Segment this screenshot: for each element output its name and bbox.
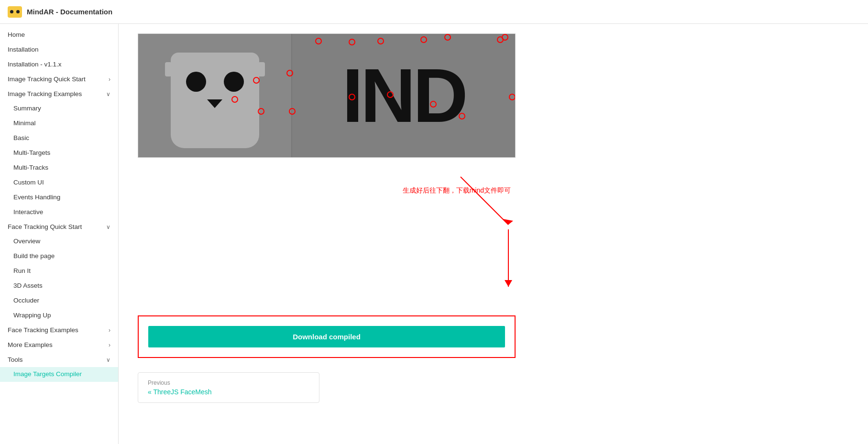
robot-ear-right — [258, 62, 265, 76]
svg-line-0 — [461, 177, 508, 225]
sidebar-item-more-examples[interactable]: More Examples› — [0, 338, 118, 353]
sidebar-item-label-tools: Tools — [8, 356, 23, 365]
chevron-icon-image-tracking-quick-start: › — [109, 76, 110, 84]
content-area: IND 生成好后往下翻，下载mind文件即可 — [119, 24, 868, 444]
sidebar-item-label-multi-targets: Multi-Targets — [13, 149, 50, 158]
sidebar-item-face-tracking-examples[interactable]: Face Tracking Examples› — [0, 323, 118, 338]
sidebar-item-label-summary: Summary — [13, 104, 41, 113]
download-compiled-button[interactable]: Download compiled — [148, 326, 505, 347]
robot-nose — [207, 99, 222, 108]
sidebar-item-label-wrapping-up: Wrapping Up — [13, 311, 51, 320]
sidebar-item-label-3d-assets: 3D Assets — [13, 282, 43, 291]
robot-eye-left — [186, 72, 206, 92]
robot-eye-right — [224, 72, 244, 92]
top-bar: MindAR - Documentation — [0, 0, 868, 24]
robot-face-section — [138, 34, 291, 157]
chevron-icon-face-tracking-examples: › — [109, 326, 110, 335]
sidebar-item-image-tracking-quick-start[interactable]: Image Tracking Quick Start› — [0, 72, 118, 87]
content-inner: IND 生成好后往下翻，下载mind文件即可 — [119, 24, 549, 422]
sidebar-item-label-multi-tracks: Multi-Tracks — [13, 163, 48, 173]
chevron-icon-face-tracking-quick-start: ∨ — [106, 223, 110, 231]
sidebar-item-run-it[interactable]: Run It — [0, 264, 118, 279]
sidebar-item-home[interactable]: Home — [0, 28, 118, 43]
sidebar-item-label-occluder: Occluder — [13, 296, 39, 305]
sidebar-item-label-overview: Overview — [13, 237, 40, 246]
svg-marker-1 — [503, 219, 513, 225]
sidebar-item-label-installation: Installation — [8, 45, 39, 54]
sidebar-item-custom-ui[interactable]: Custom UI — [0, 175, 118, 190]
sidebar-item-label-build-the-page: Build the page — [13, 252, 55, 261]
nav-bottom: Previous « ThreeJS FaceMesh — [138, 372, 530, 403]
nav-previous-label: Previous — [148, 379, 309, 386]
sidebar-item-label-home: Home — [8, 31, 25, 40]
sidebar-item-basic[interactable]: Basic — [0, 131, 118, 146]
robot-face — [171, 43, 259, 148]
download-section: Download compiled — [138, 315, 516, 358]
chevron-icon-tools: ∨ — [106, 356, 110, 364]
tracker-image: IND — [138, 33, 516, 158]
sidebar-item-3d-assets[interactable]: 3D Assets — [0, 279, 118, 293]
sidebar-item-label-custom-ui: Custom UI — [13, 178, 44, 187]
sidebar-item-label-image-targets-compiler: Image Targets Compiler — [13, 370, 82, 379]
sidebar-item-minimal[interactable]: Minimal — [0, 116, 118, 131]
tracker-image-container: IND — [138, 33, 530, 158]
sidebar-item-label-installation-v1: Installation - v1.1.x — [8, 60, 62, 69]
sidebar-item-multi-tracks[interactable]: Multi-Tracks — [0, 161, 118, 175]
sidebar-item-label-more-examples: More Examples — [8, 341, 53, 350]
sidebar-item-label-image-tracking-quick-start: Image Tracking Quick Start — [8, 75, 86, 84]
svg-marker-3 — [505, 280, 512, 287]
sidebar-item-label-interactive: Interactive — [13, 208, 43, 217]
chevron-icon-image-tracking-examples: ∨ — [106, 90, 110, 98]
sidebar-item-build-the-page[interactable]: Build the page — [0, 249, 118, 264]
logo-icon — [8, 6, 22, 18]
chevron-icon-more-examples: › — [109, 341, 110, 349]
sidebar-item-image-tracking-examples[interactable]: Image Tracking Examples∨ — [0, 87, 118, 102]
mind-text-section: IND — [292, 34, 515, 157]
sidebar-item-label-minimal: Minimal — [13, 119, 36, 128]
sidebar-item-installation[interactable]: Installation — [0, 43, 118, 57]
app-title: MindAR - Documentation — [27, 8, 112, 16]
robot-ear-left — [165, 62, 172, 76]
sidebar-item-summary[interactable]: Summary — [0, 101, 118, 116]
nav-previous-card[interactable]: Previous « ThreeJS FaceMesh — [138, 372, 319, 403]
sidebar-item-label-run-it: Run It — [13, 267, 31, 276]
sidebar-item-label-basic: Basic — [13, 134, 29, 143]
sidebar-item-occluder[interactable]: Occluder — [0, 293, 118, 308]
sidebar-item-events-handling[interactable]: Events Handling — [0, 190, 118, 205]
nav-previous-title: « ThreeJS FaceMesh — [148, 388, 309, 396]
sidebar-item-label-face-tracking-quick-start: Face Tracking Quick Start — [8, 223, 82, 232]
sidebar-item-label-events-handling: Events Handling — [13, 193, 60, 202]
sidebar: HomeInstallationInstallation - v1.1.xIma… — [0, 24, 119, 444]
sidebar-item-interactive[interactable]: Interactive — [0, 205, 118, 220]
mind-text: IND — [342, 57, 465, 134]
sidebar-item-label-face-tracking-examples: Face Tracking Examples — [8, 326, 78, 335]
annotation-text: 生成好后往下翻，下载mind文件即可 — [403, 186, 511, 195]
sidebar-item-wrapping-up[interactable]: Wrapping Up — [0, 308, 118, 323]
sidebar-item-image-targets-compiler[interactable]: Image Targets Compiler — [0, 367, 118, 382]
sidebar-item-tools[interactable]: Tools∨ — [0, 353, 118, 368]
annotation-area: 生成好后往下翻，下载mind文件即可 — [138, 167, 530, 301]
sidebar-item-overview[interactable]: Overview — [0, 234, 118, 249]
main-layout: HomeInstallationInstallation - v1.1.xIma… — [0, 24, 868, 444]
sidebar-item-label-image-tracking-examples: Image Tracking Examples — [8, 90, 82, 99]
sidebar-item-multi-targets[interactable]: Multi-Targets — [0, 146, 118, 161]
sidebar-item-face-tracking-quick-start[interactable]: Face Tracking Quick Start∨ — [0, 220, 118, 235]
sidebar-item-installation-v1[interactable]: Installation - v1.1.x — [0, 57, 118, 72]
